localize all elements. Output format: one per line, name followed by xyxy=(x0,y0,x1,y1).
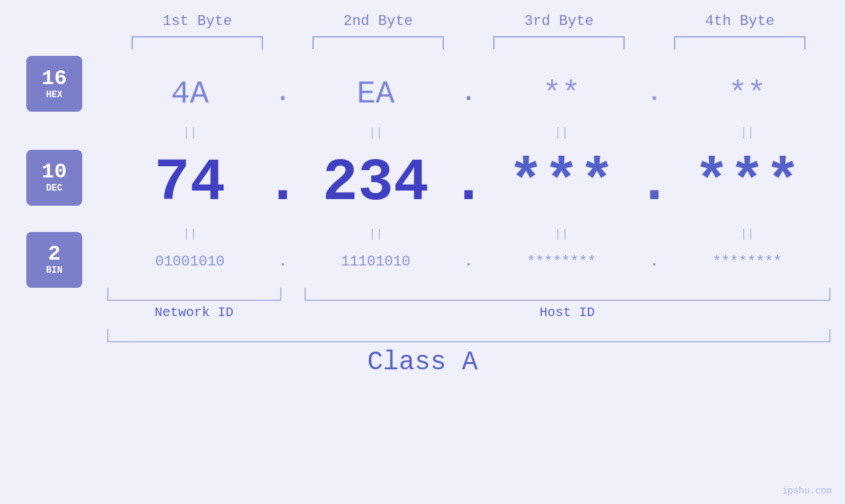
eq-2-1: || xyxy=(107,227,274,241)
dec-b4: *** xyxy=(694,150,800,217)
hex-dot-3: . xyxy=(644,80,664,107)
host-id-bracket xyxy=(304,288,831,301)
bin-cell-4: ******** xyxy=(664,254,831,270)
id-label-row: Network ID Host ID xyxy=(107,305,831,320)
hex-b3: ** xyxy=(543,76,581,112)
eq-1-3: || xyxy=(479,126,645,139)
network-id-label: Network ID xyxy=(107,305,281,320)
byte-2-header: 2nd Byte xyxy=(296,13,460,30)
hex-cell-3: ** xyxy=(479,76,645,112)
hex-cell-4: ** xyxy=(664,76,831,112)
eq-2-3: || xyxy=(479,227,645,241)
bin-b1: 01001010 xyxy=(155,254,225,270)
eq-sep-4 xyxy=(273,227,293,241)
bracket-2 xyxy=(312,36,444,49)
bracket-4 xyxy=(674,36,806,49)
dec-dot-2: . xyxy=(459,154,479,213)
bottom-bracket-row xyxy=(107,288,831,301)
dec-row: 74 . 234 . *** . *** xyxy=(107,141,831,226)
bin-badge: 2 BIN xyxy=(26,232,82,288)
byte-3-header: 3rd Byte xyxy=(477,13,641,30)
class-label: Class A xyxy=(367,348,477,377)
eq-sep-6 xyxy=(644,227,664,241)
hex-badge-row: 16 HEX xyxy=(26,62,82,125)
eq-1-1: || xyxy=(107,126,274,139)
bracket-3 xyxy=(493,36,625,49)
bin-cell-2: 11101010 xyxy=(293,254,459,270)
bin-b2: 11101010 xyxy=(341,254,410,270)
eq-sep-2 xyxy=(459,126,479,139)
eq-sep-1 xyxy=(273,126,293,139)
bin-b4: ******** xyxy=(712,254,782,270)
dec-badge-row: 10 DEC xyxy=(26,145,82,230)
dec-b3: *** xyxy=(508,150,615,217)
bracket-1 xyxy=(132,36,263,49)
byte-headers: 1st Byte 2nd Byte 3rd Byte 4th Byte xyxy=(107,13,831,30)
hex-badge: 16 HEX xyxy=(26,56,82,112)
byte-1-header: 1st Byte xyxy=(115,13,279,30)
byte-4-header: 4th Byte xyxy=(658,13,822,30)
bin-b3: ******** xyxy=(527,254,596,270)
hex-b1: 4A xyxy=(171,76,209,112)
label-gap xyxy=(281,305,304,320)
dec-cell-4: *** xyxy=(664,150,831,217)
hex-dot-1: . xyxy=(273,80,293,107)
host-id-label: Host ID xyxy=(304,305,831,320)
dec-b1: 74 xyxy=(155,150,226,217)
dec-b2: 234 xyxy=(322,150,429,217)
watermark: ipshu.com xyxy=(782,486,832,496)
main-container: 1st Byte 2nd Byte 3rd Byte 4th Byte 16 H… xyxy=(0,0,845,504)
hex-b4: ** xyxy=(728,76,766,112)
class-bracket xyxy=(107,329,831,342)
hex-b2: EA xyxy=(356,76,395,112)
top-brackets xyxy=(107,36,831,49)
hex-cell-2: EA xyxy=(293,76,459,112)
hex-row: 4A . EA . ** . ** xyxy=(107,62,831,125)
bin-badge-row: 2 BIN xyxy=(26,250,82,289)
data-rows: 4A . EA . ** . ** || || xyxy=(107,62,831,320)
dec-cell-2: 234 xyxy=(293,150,459,217)
bin-row: 01001010 . 11101010 . ******** . *******… xyxy=(107,242,831,281)
eq-1-2: || xyxy=(293,126,459,139)
hex-cell-1: 4A xyxy=(107,76,274,112)
bracket-gap xyxy=(281,288,304,301)
dec-cell-1: 74 xyxy=(107,150,274,217)
dec-cell-3: *** xyxy=(479,150,645,217)
dec-dot-1: . xyxy=(273,154,293,213)
dec-dot-3: . xyxy=(644,154,664,213)
eq-sep-3 xyxy=(644,126,664,139)
bin-cell-3: ******** xyxy=(479,254,645,270)
bin-cell-1: 01001010 xyxy=(107,254,274,270)
spacer-1 xyxy=(26,125,82,145)
bin-dot-2: . xyxy=(459,254,479,270)
dec-badge-label: DEC xyxy=(46,183,62,193)
badges-column: 16 HEX 10 DEC 2 BIN xyxy=(26,62,82,289)
network-id-bracket xyxy=(107,288,281,301)
dec-badge-number: 10 xyxy=(41,162,66,183)
bin-badge-label: BIN xyxy=(46,265,62,275)
hex-badge-label: HEX xyxy=(46,89,62,100)
hex-badge-number: 16 xyxy=(41,68,66,89)
bin-dot-1: . xyxy=(273,254,293,270)
hex-dot-2: . xyxy=(459,80,479,107)
eq-2-2: || xyxy=(293,227,459,241)
equals-row-2: || || || || xyxy=(107,227,831,241)
bin-badge-number: 2 xyxy=(48,244,60,265)
eq-2-4: || xyxy=(664,227,831,241)
eq-1-4: || xyxy=(664,126,831,139)
bin-dot-3: . xyxy=(644,254,664,270)
equals-row-1: || || || || xyxy=(107,126,831,139)
dec-badge: 10 DEC xyxy=(26,150,82,206)
eq-sep-5 xyxy=(459,227,479,241)
